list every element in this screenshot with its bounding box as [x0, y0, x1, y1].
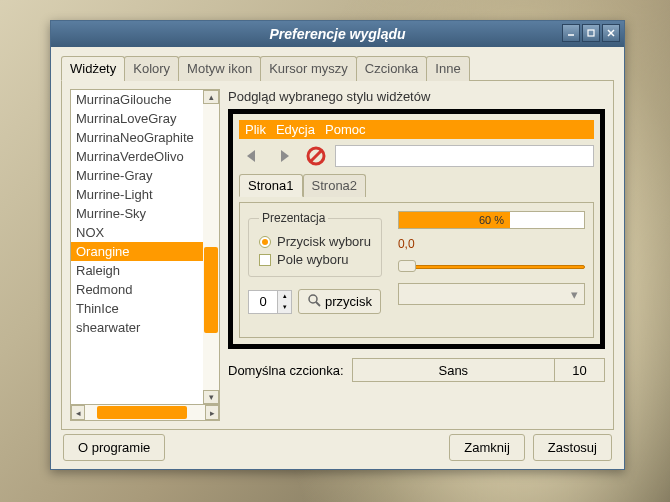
theme-item[interactable]: shearwater	[71, 318, 203, 337]
tab-cursor[interactable]: Kursor myszy	[260, 56, 357, 81]
apply-button[interactable]: Zastosuj	[533, 434, 612, 461]
default-font-name: Sans	[353, 359, 554, 381]
scroll-up-arrow[interactable]: ▴	[203, 90, 219, 104]
theme-list[interactable]: MurrinaGiloucheMurrinaLoveGrayMurrinaNeo…	[70, 89, 220, 405]
theme-item[interactable]: ThinIce	[71, 299, 203, 318]
close-button-footer[interactable]: Zamknij	[449, 434, 525, 461]
tab-other[interactable]: Inne	[426, 56, 469, 81]
preview-menu-file[interactable]: Plik	[245, 122, 266, 137]
preview-radio-label: Przycisk wyboru	[277, 234, 371, 249]
theme-list-scrollbar[interactable]: ▴ ▾	[203, 90, 219, 404]
preview-scale-value: 0,0	[398, 237, 585, 251]
default-font-label: Domyślna czcionka:	[228, 363, 344, 378]
preview-combobox[interactable]: ▾	[398, 283, 585, 305]
preview-progress-text: 60 %	[399, 212, 584, 228]
stop-icon[interactable]	[303, 145, 329, 167]
tab-font[interactable]: Czcionka	[356, 56, 427, 81]
preview-button-label: przycisk	[325, 294, 372, 309]
theme-item[interactable]: Redmond	[71, 280, 203, 299]
theme-item[interactable]: Murrine-Gray	[71, 166, 203, 185]
tab-icon-theme[interactable]: Motyw ikon	[178, 56, 261, 81]
preview-tab-page2[interactable]: Strona2	[303, 174, 367, 197]
minimize-button[interactable]	[562, 24, 580, 42]
default-font-size: 10	[554, 359, 604, 381]
theme-item[interactable]: MurrinaLoveGray	[71, 109, 203, 128]
theme-item[interactable]: MurrinaVerdeOlivo	[71, 147, 203, 166]
theme-item[interactable]: Orangine	[71, 242, 203, 261]
preview-check-label: Pole wyboru	[277, 252, 349, 267]
maximize-button[interactable]	[582, 24, 600, 42]
default-font-button[interactable]: Sans 10	[352, 358, 605, 382]
scroll-down-arrow[interactable]: ▾	[203, 390, 219, 404]
widget-preview: Plik Edycja Pomoc	[228, 109, 605, 349]
theme-list-hscrollbar[interactable]: ◂ ▸	[70, 405, 220, 421]
preview-label: Podgląd wybranego stylu widżetów	[228, 89, 605, 104]
scroll-right-arrow[interactable]: ▸	[205, 405, 219, 420]
preview-url-input[interactable]	[335, 145, 594, 167]
scroll-left-arrow[interactable]: ◂	[71, 405, 85, 420]
preview-spinner[interactable]: 0 ▴▾	[248, 290, 292, 314]
preview-checkbox[interactable]	[259, 254, 271, 266]
chevron-down-icon: ▾	[571, 287, 578, 302]
preview-group-title: Prezentacja	[259, 211, 328, 225]
preview-menu-edit[interactable]: Edycja	[276, 122, 315, 137]
svg-line-5	[311, 151, 321, 161]
preview-radio[interactable]	[259, 236, 271, 248]
theme-item[interactable]: Murrine-Light	[71, 185, 203, 204]
about-button[interactable]: O programie	[63, 434, 165, 461]
preview-button[interactable]: przycisk	[298, 289, 381, 314]
back-icon[interactable]	[239, 145, 265, 167]
svg-line-7	[316, 302, 320, 306]
preview-tab-page1[interactable]: Strona1	[239, 174, 303, 197]
close-button[interactable]	[602, 24, 620, 42]
theme-item[interactable]: Raleigh	[71, 261, 203, 280]
preview-slider[interactable]	[398, 259, 585, 275]
preview-menu-help[interactable]: Pomoc	[325, 122, 365, 137]
titlebar[interactable]: Preferencje wyglądu	[51, 21, 624, 47]
svg-point-6	[309, 295, 317, 303]
theme-item[interactable]: Murrine-Sky	[71, 204, 203, 223]
svg-rect-1	[588, 30, 594, 36]
theme-item[interactable]: MurrinaGilouche	[71, 90, 203, 109]
tab-colors[interactable]: Kolory	[124, 56, 179, 81]
preview-spinner-value: 0	[249, 291, 277, 313]
window-title: Preferencje wyglądu	[269, 26, 405, 42]
tab-widgets[interactable]: Widżety	[61, 56, 125, 81]
theme-item[interactable]: MurrinaNeoGraphite	[71, 128, 203, 147]
forward-icon[interactable]	[271, 145, 297, 167]
preview-progressbar: 60 %	[398, 211, 585, 229]
theme-item[interactable]: NOX	[71, 223, 203, 242]
preview-fieldset: Prezentacja Przycisk wyboru Pole wyboru	[248, 211, 382, 277]
preferences-window: Preferencje wyglądu Widżety Kolory Motyw…	[50, 20, 625, 470]
search-icon	[307, 293, 321, 310]
